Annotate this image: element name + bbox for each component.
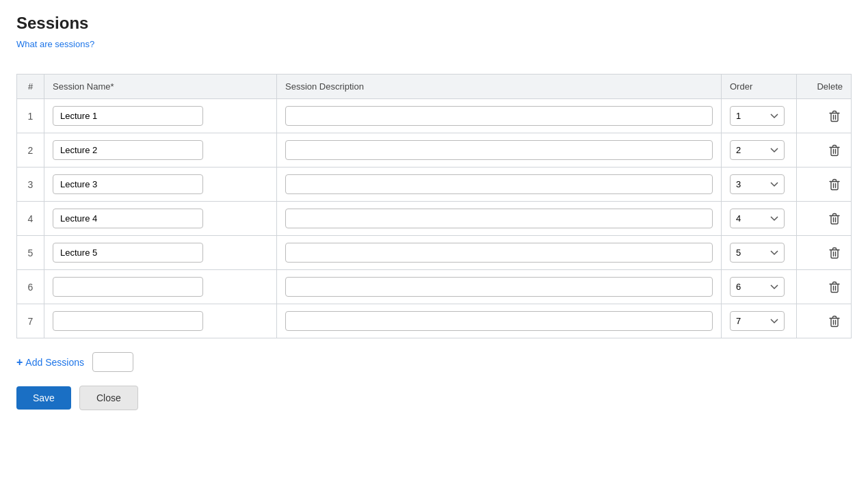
- session-order-cell: 1234567: [722, 236, 797, 270]
- add-sessions-row: + Add Sessions: [16, 352, 852, 372]
- delete-session-button[interactable]: [826, 176, 843, 193]
- session-name-cell: [44, 99, 277, 133]
- session-order-select[interactable]: 1234567: [730, 106, 785, 126]
- delete-session-button[interactable]: [826, 142, 843, 159]
- close-button[interactable]: Close: [79, 386, 138, 410]
- session-desc-cell: [277, 202, 722, 236]
- trash-icon: [829, 281, 840, 293]
- session-order-select[interactable]: 1234567: [730, 243, 785, 263]
- row-num: 3: [17, 168, 44, 202]
- delete-session-button[interactable]: [826, 244, 843, 262]
- session-delete-cell: [797, 99, 852, 133]
- session-name-input[interactable]: [53, 277, 203, 297]
- what-are-sessions-link[interactable]: What are sessions?: [16, 39, 94, 49]
- session-desc-cell: [277, 236, 722, 270]
- row-num: 5: [17, 236, 44, 270]
- delete-session-button[interactable]: [826, 107, 843, 125]
- delete-session-button[interactable]: [826, 278, 843, 296]
- session-order-select[interactable]: 1234567: [730, 277, 785, 297]
- session-name-input[interactable]: [53, 311, 203, 331]
- session-name-input[interactable]: [53, 174, 203, 194]
- session-desc-input[interactable]: [285, 140, 713, 160]
- session-order-cell: 1234567: [722, 133, 797, 168]
- table-row: 71234567: [17, 304, 852, 338]
- session-name-input[interactable]: [53, 106, 203, 126]
- table-row: 41234567: [17, 202, 852, 236]
- row-num: 6: [17, 270, 44, 304]
- session-name-cell: [44, 270, 277, 304]
- session-desc-input[interactable]: [285, 243, 713, 263]
- col-header-order: Order: [722, 75, 797, 99]
- trash-icon: [829, 247, 840, 259]
- session-desc-input[interactable]: [285, 106, 713, 126]
- trash-icon: [829, 110, 840, 122]
- row-num: 4: [17, 202, 44, 236]
- session-delete-cell: [797, 304, 852, 338]
- row-num: 1: [17, 99, 44, 133]
- session-desc-cell: [277, 270, 722, 304]
- session-desc-cell: [277, 133, 722, 168]
- session-order-cell: 1234567: [722, 202, 797, 236]
- col-header-session-name: Session Name*: [44, 75, 277, 99]
- trash-icon: [829, 178, 840, 191]
- session-order-select[interactable]: 1234567: [730, 209, 785, 228]
- session-name-cell: [44, 168, 277, 202]
- session-order-select[interactable]: 1234567: [730, 174, 785, 194]
- session-desc-cell: [277, 168, 722, 202]
- table-row: 51234567: [17, 236, 852, 270]
- delete-session-button[interactable]: [826, 210, 843, 228]
- session-order-select[interactable]: 1234567: [730, 140, 785, 160]
- row-num: 7: [17, 304, 44, 338]
- session-order-cell: 1234567: [722, 99, 797, 133]
- session-desc-input[interactable]: [285, 277, 713, 297]
- trash-icon: [829, 144, 840, 157]
- col-header-session-description: Session Description: [277, 75, 722, 99]
- table-row: 31234567: [17, 168, 852, 202]
- session-name-input[interactable]: [53, 140, 203, 160]
- table-row: 61234567: [17, 270, 852, 304]
- session-name-input[interactable]: [53, 209, 203, 228]
- session-desc-input[interactable]: [285, 209, 713, 228]
- trash-icon: [829, 213, 840, 225]
- session-name-cell: [44, 304, 277, 338]
- session-desc-cell: [277, 99, 722, 133]
- session-delete-cell: [797, 168, 852, 202]
- session-delete-cell: [797, 133, 852, 168]
- session-desc-cell: [277, 304, 722, 338]
- session-delete-cell: [797, 270, 852, 304]
- table-row: 11234567: [17, 99, 852, 133]
- trash-icon: [829, 315, 840, 327]
- session-order-select[interactable]: 1234567: [730, 311, 785, 331]
- session-name-input[interactable]: [53, 243, 203, 263]
- add-sessions-label: Add Sessions: [25, 357, 84, 368]
- session-desc-input[interactable]: [285, 311, 713, 331]
- add-sessions-button[interactable]: + Add Sessions: [16, 356, 84, 369]
- sessions-table: # Session Name* Session Description Orde…: [16, 74, 852, 338]
- save-button[interactable]: Save: [16, 386, 71, 410]
- session-delete-cell: [797, 236, 852, 270]
- session-desc-input[interactable]: [285, 174, 713, 194]
- session-name-cell: [44, 133, 277, 168]
- actions-row: Save Close: [16, 386, 852, 410]
- session-name-cell: [44, 202, 277, 236]
- col-header-num: #: [17, 75, 44, 99]
- add-sessions-count-input[interactable]: [92, 352, 133, 372]
- col-header-delete: Delete: [797, 75, 852, 99]
- row-num: 2: [17, 133, 44, 168]
- session-order-cell: 1234567: [722, 168, 797, 202]
- session-name-cell: [44, 236, 277, 270]
- table-header-row: # Session Name* Session Description Orde…: [17, 75, 852, 99]
- plus-icon: +: [16, 356, 23, 369]
- delete-session-button[interactable]: [826, 312, 843, 330]
- session-order-cell: 1234567: [722, 304, 797, 338]
- table-row: 21234567: [17, 133, 852, 168]
- session-order-cell: 1234567: [722, 270, 797, 304]
- page-title: Sessions: [16, 14, 852, 33]
- session-delete-cell: [797, 202, 852, 236]
